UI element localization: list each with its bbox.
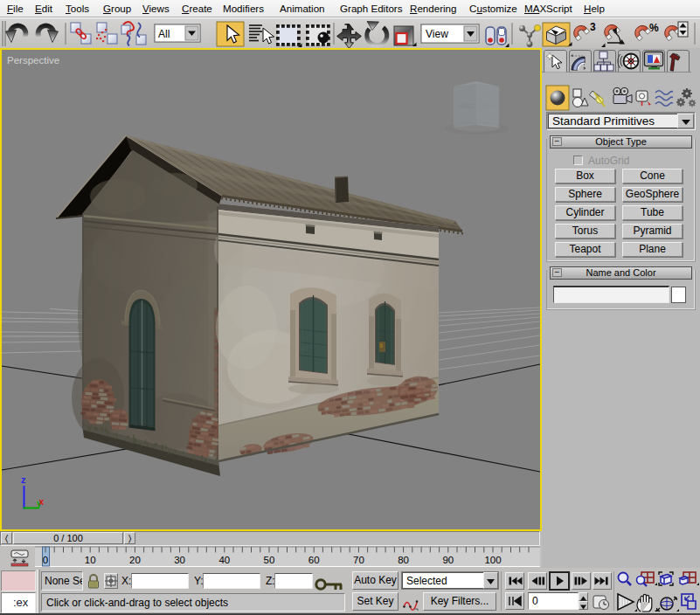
svg-text:BOX: BOX (480, 102, 496, 110)
svg-text:View: View (426, 28, 448, 40)
svg-text:70: 70 (353, 555, 364, 565)
svg-text:60: 60 (308, 555, 320, 565)
svg-text:x: x (39, 497, 45, 507)
svg-text:%: % (649, 22, 659, 34)
svg-text:10: 10 (85, 555, 96, 565)
svg-text:30: 30 (174, 555, 185, 565)
svg-text:MAD: MAD (459, 102, 475, 110)
svg-text:50: 50 (264, 555, 275, 565)
svg-text:Perspective: Perspective (7, 55, 59, 66)
svg-text:90: 90 (442, 555, 454, 565)
svg-text:All: All (158, 28, 170, 40)
svg-text:20: 20 (129, 555, 141, 565)
svg-text:80: 80 (398, 555, 409, 565)
svg-text:40: 40 (218, 555, 230, 565)
svg-text:3: 3 (590, 21, 596, 33)
svg-text:z: z (21, 474, 26, 485)
svg-text:0: 0 (43, 555, 48, 565)
svg-text:100: 100 (484, 555, 501, 565)
